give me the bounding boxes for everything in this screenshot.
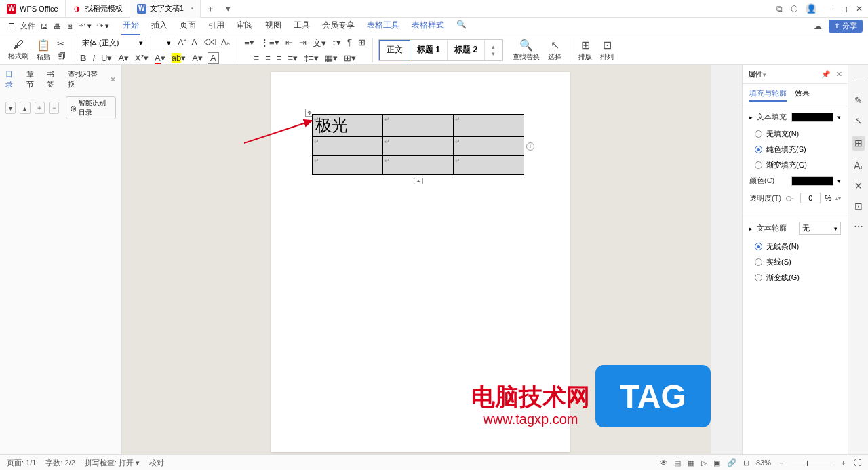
user-icon[interactable]: 👤 xyxy=(806,3,816,14)
align-justify-icon[interactable]: ≡▾ xyxy=(286,52,299,64)
zoom-out-icon[interactable]: － xyxy=(778,458,785,468)
save-icon[interactable]: 🖫 xyxy=(38,22,51,31)
cut-icon[interactable]: ✂ xyxy=(56,38,67,50)
super-icon[interactable]: X²▾ xyxy=(134,52,150,64)
spell-status[interactable]: 拼写检查: 打开 ▾ xyxy=(85,458,140,468)
radio-solidfill[interactable]: 纯色填充(S) xyxy=(749,144,841,155)
strike-icon[interactable]: A▾ xyxy=(117,52,130,64)
table-add-row[interactable]: + xyxy=(414,178,423,184)
border-icon[interactable]: ⊞▾ xyxy=(342,52,357,64)
nav-toc[interactable]: 目录 xyxy=(5,69,20,90)
tab-tabletool[interactable]: 表格工具 xyxy=(366,17,401,35)
print-icon[interactable]: 🖶 xyxy=(51,22,64,31)
table-cell[interactable]: ↵ xyxy=(454,115,524,137)
zoom-in-icon[interactable]: ＋ xyxy=(840,458,847,468)
style-more[interactable]: ▴▾ xyxy=(485,40,502,60)
sort-icon[interactable]: ↕▾ xyxy=(331,37,343,50)
view-page-icon[interactable]: ▤ xyxy=(674,458,681,467)
fit-icon[interactable]: ⊡ xyxy=(743,458,749,467)
zoom-value[interactable]: 83% xyxy=(756,458,771,467)
underline-icon[interactable]: U▾ xyxy=(100,52,113,64)
fill-color-swatch[interactable] xyxy=(791,113,833,122)
shading-icon[interactable]: ▦▾ xyxy=(323,52,339,64)
view-web-icon[interactable]: ▦ xyxy=(688,458,694,467)
table-add-column[interactable]: + xyxy=(526,142,534,151)
redo-icon[interactable]: ↷ ▾ xyxy=(94,22,112,31)
template-tab[interactable]: ◑ 找稻壳模板 xyxy=(66,0,130,18)
page-status[interactable]: 页面: 1/1 xyxy=(7,458,36,468)
proof-status[interactable]: 校对 xyxy=(149,458,164,468)
table-cell[interactable]: ↵ xyxy=(383,156,454,175)
charshade-icon[interactable]: A▾ xyxy=(191,52,204,64)
radio-gradientline[interactable]: 渐变线(G) xyxy=(749,273,841,283)
opacity-value[interactable]: 0 xyxy=(800,193,821,203)
layout-icon[interactable]: ⧉ xyxy=(776,4,783,14)
font-select[interactable]: 宋体 (正文)▾ xyxy=(79,37,146,50)
prop-tab-effect[interactable]: 效果 xyxy=(795,88,810,102)
outline-select[interactable]: 无▾ xyxy=(799,222,841,235)
app-tab[interactable]: W WPS Office xyxy=(0,0,66,18)
style-gallery[interactable]: 正文 标题 1 标题 2 ▴▾ xyxy=(378,39,503,61)
nav-expand-icon[interactable]: ▴ xyxy=(20,102,30,114)
more-icon[interactable]: ⋯ xyxy=(854,221,863,232)
textdir-icon[interactable]: 文▾ xyxy=(311,37,328,50)
view-outline-icon[interactable]: ▣ xyxy=(713,458,720,467)
tools-icon[interactable]: ✕ xyxy=(854,180,863,191)
table-cell[interactable]: ↵ xyxy=(454,137,524,156)
table-cell[interactable]: ↵ xyxy=(313,137,383,156)
style-normal[interactable]: 正文 xyxy=(379,40,410,60)
style-h2[interactable]: 标题 2 xyxy=(448,40,485,60)
table-cell[interactable]: ↵ xyxy=(313,156,383,175)
numbering-icon[interactable]: ⋮≡▾ xyxy=(259,37,281,50)
phonetic-icon[interactable]: ⊞ xyxy=(357,37,367,50)
close-panel-icon[interactable]: ✕ xyxy=(836,70,842,79)
tab-review[interactable]: 审阅 xyxy=(235,17,254,35)
nav-ai-toc[interactable]: ◎ 智能识别目录 xyxy=(66,96,116,119)
prop-tab-fill[interactable]: 填充与轮廓 xyxy=(749,88,787,102)
pen-icon[interactable]: ✎ xyxy=(854,95,863,106)
style-icon[interactable]: Aᵢ xyxy=(854,160,862,171)
eye-icon[interactable]: 👁 xyxy=(660,458,667,467)
align-left-icon[interactable]: ≡ xyxy=(253,52,261,64)
paste-button[interactable]: 📋粘贴 xyxy=(34,39,53,62)
select-button[interactable]: ↖选择 xyxy=(545,39,564,62)
cloud-icon[interactable]: ☁ xyxy=(814,22,822,31)
table-cell[interactable]: ↵ xyxy=(383,137,454,156)
nav-findrep[interactable]: 查找和替换 xyxy=(68,69,103,90)
tab-start[interactable]: 开始 xyxy=(121,17,140,35)
color-swatch[interactable] xyxy=(791,176,833,186)
showmarks-icon[interactable]: ¶ xyxy=(346,37,353,50)
side-minus-icon[interactable]: — xyxy=(854,75,863,85)
document-table[interactable]: ↵极光 ↵ ↵ ↵ ↵ ↵ ↵ ↵ ↵ xyxy=(312,114,524,175)
tab-view[interactable]: 视图 xyxy=(264,17,283,35)
undo-icon[interactable]: ↶ ▾ xyxy=(77,22,94,31)
nav-bookmark[interactable]: 书签 xyxy=(47,69,61,90)
document-tab[interactable]: W 文字文稿1 • xyxy=(130,0,201,18)
align-center-icon[interactable]: ≡ xyxy=(264,52,272,64)
fullscreen-icon[interactable]: ⛶ xyxy=(854,458,861,467)
nav-chapter[interactable]: 章节 xyxy=(26,69,41,90)
view-read-icon[interactable]: ▷ xyxy=(701,458,707,467)
radio-solidline[interactable]: 实线(S) xyxy=(749,257,841,267)
radio-gradientfill[interactable]: 渐变填充(G) xyxy=(749,160,841,170)
file-menu[interactable]: 文件 xyxy=(18,21,38,31)
tab-page[interactable]: 页面 xyxy=(178,17,197,35)
nav-collapse-icon[interactable]: ▾ xyxy=(5,102,16,114)
tab-insert[interactable]: 插入 xyxy=(150,17,169,35)
table-cell[interactable]: ↵ xyxy=(454,156,524,175)
link-icon[interactable]: 🔗 xyxy=(727,458,736,467)
indent-icon[interactable]: ⇥ xyxy=(298,37,308,50)
highlight-icon[interactable]: ab▾ xyxy=(170,52,187,64)
radio-noline[interactable]: 无线条(N) xyxy=(749,241,841,252)
minimize-button[interactable]: — xyxy=(825,4,833,14)
nav-close-icon[interactable]: ✕ xyxy=(110,75,116,84)
linespace-icon[interactable]: ‡≡▾ xyxy=(302,52,320,64)
menu-trigram-icon[interactable]: ☰ xyxy=(5,22,18,31)
outdent-icon[interactable]: ⇤ xyxy=(284,37,294,50)
arrange-button[interactable]: ⊞排版 xyxy=(576,39,595,62)
format-icon[interactable]: Aₐ xyxy=(220,37,232,50)
style-h1[interactable]: 标题 1 xyxy=(410,40,448,60)
charborder-icon[interactable]: A xyxy=(208,52,219,64)
align-right-icon[interactable]: ≡ xyxy=(275,52,283,64)
search-icon[interactable]: 🔍 xyxy=(455,17,468,35)
